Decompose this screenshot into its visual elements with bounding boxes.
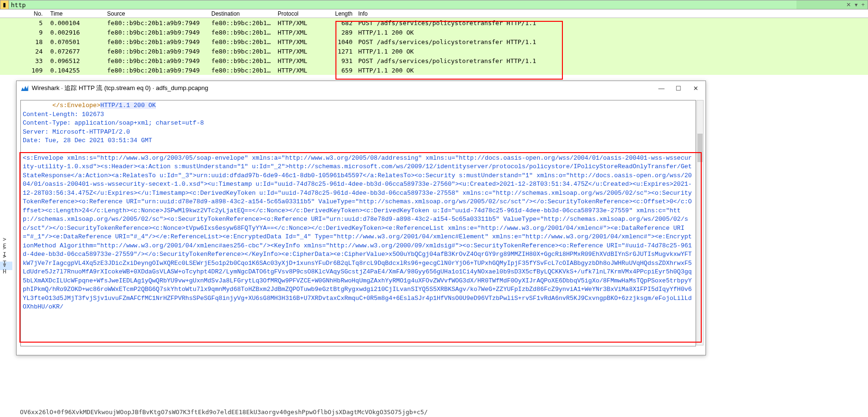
response-header-line: Content-Length: 102673: [23, 110, 694, 119]
col-time[interactable]: Time: [47, 10, 104, 17]
packet-row[interactable]: 50.000104fe80::b9bc:20b1:a9b9:7949fe80::…: [0, 18, 868, 27]
packet-list-header: No. Time Source Destination Protocol Len…: [0, 9, 868, 18]
col-src[interactable]: Source: [104, 10, 208, 17]
response-header-line: Content-Type: application/soap+xml; char…: [23, 119, 694, 128]
window-close-button[interactable]: ✕: [692, 85, 699, 92]
packet-row[interactable]: 1090.104255fe80::b9bc:20b1:a9b9:7949fe80…: [0, 65, 868, 75]
tree-line-fragment: > I: [0, 245, 12, 253]
response-header-line: Date: Tue, 28 Dec 2021 03:51:34 GMT: [23, 136, 694, 145]
stream-response-headers: Content-Length: 102673Content-Type: appl…: [23, 110, 694, 145]
stream-content-pane[interactable]: </s:Envelope>HTTP/1.1 200 OK Content-Len…: [20, 100, 696, 346]
packet-row[interactable]: 240.072677fe80::b9bc:20b1:a9b9:7949fe80:…: [0, 46, 868, 56]
filter-clear-icon[interactable]: ✕: [846, 1, 851, 8]
stream-request-tail: </s:Envelope>HTTP/1.1 200 OK: [23, 101, 694, 110]
col-len[interactable]: Length: [327, 10, 355, 17]
window-maximize-button[interactable]: ☐: [675, 85, 682, 92]
display-filter-input[interactable]: [9, 0, 796, 9]
filter-plus-icon[interactable]: +: [861, 1, 865, 8]
window-minimize-button[interactable]: —: [658, 85, 665, 92]
stream-soap-body: <s:Envelope xmlns:s="http://www.w3.org/2…: [23, 154, 694, 312]
tree-line-fragment: > T: [0, 253, 12, 262]
packet-row[interactable]: 330.096512fe80::b9bc:20b1:a9b9:7949fe80:…: [0, 56, 868, 65]
wireshark-icon: [20, 84, 29, 92]
tree-line-fragment: > F: [0, 236, 12, 245]
col-info[interactable]: Info: [355, 10, 868, 17]
filter-dropdown-icon[interactable]: ▾: [855, 1, 858, 8]
response-header-line: Server: Microsoft-HTTPAPI/2.0: [23, 128, 694, 137]
col-proto[interactable]: Protocol: [275, 10, 327, 17]
packet-list[interactable]: 50.000104fe80::b9bc:20b1:a9b9:7949fe80::…: [0, 18, 868, 75]
scrollbar-thumb[interactable]: [697, 134, 703, 162]
stream-overflow-line: OV6xx26lO+0f96XvkMDEVkwoujWOopJBfBvKtgO7…: [16, 408, 868, 417]
col-no[interactable]: No.: [0, 10, 47, 17]
window-title: Wireshark · 追踪 HTTP 流 (tcp.stream eq 0) …: [32, 84, 658, 92]
display-filter-bar: ▮ ✕ ▾ +: [0, 0, 868, 9]
filter-toolbar-right: ✕ ▾ +: [796, 0, 868, 9]
window-titlebar[interactable]: Wireshark · 追踪 HTTP 流 (tcp.stream eq 0) …: [17, 81, 705, 95]
stream-scrollbar[interactable]: [696, 100, 704, 345]
bookmark-icon[interactable]: ▮: [0, 0, 9, 9]
tree-line-fragment: v H: [0, 262, 12, 270]
follow-stream-window: Wireshark · 追踪 HTTP 流 (tcp.stream eq 0) …: [16, 81, 706, 355]
col-dst[interactable]: Destination: [208, 10, 275, 17]
packet-row[interactable]: 90.002916fe80::b9bc:20b1:a9b9:7949fe80::…: [0, 27, 868, 37]
packet-details-sliver: > F> I> Tv H: [0, 236, 12, 270]
packet-row[interactable]: 180.070501fe80::b9bc:20b1:a9b9:7949fe80:…: [0, 37, 868, 46]
